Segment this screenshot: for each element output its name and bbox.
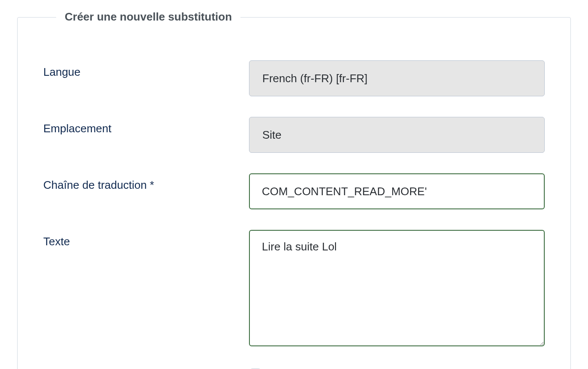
- location-field: Site: [249, 117, 545, 153]
- form-body: Langue French (fr-FR) [fr-FR] Emplacemen…: [18, 18, 570, 369]
- control-wrap-text: [249, 230, 545, 348]
- control-wrap-language: French (fr-FR) [fr-FR]: [249, 60, 545, 96]
- create-override-fieldset: Créer une nouvelle substitution Langue F…: [17, 17, 571, 369]
- row-language: Langue French (fr-FR) [fr-FR]: [43, 60, 545, 96]
- text-textarea[interactable]: [249, 230, 545, 346]
- row-text: Texte: [43, 230, 545, 348]
- row-key: Chaîne de traduction *: [43, 173, 545, 209]
- fieldset-legend: Créer une nouvelle substitution: [56, 10, 240, 24]
- control-wrap-location: Site: [249, 117, 545, 153]
- label-text: Texte: [43, 230, 249, 248]
- label-language: Langue: [43, 60, 249, 79]
- row-location: Emplacement Site: [43, 117, 545, 153]
- label-location: Emplacement: [43, 117, 249, 135]
- translation-key-input[interactable]: [249, 173, 545, 209]
- control-wrap-key: [249, 173, 545, 209]
- language-field: French (fr-FR) [fr-FR]: [249, 60, 545, 96]
- label-key: Chaîne de traduction *: [43, 173, 249, 192]
